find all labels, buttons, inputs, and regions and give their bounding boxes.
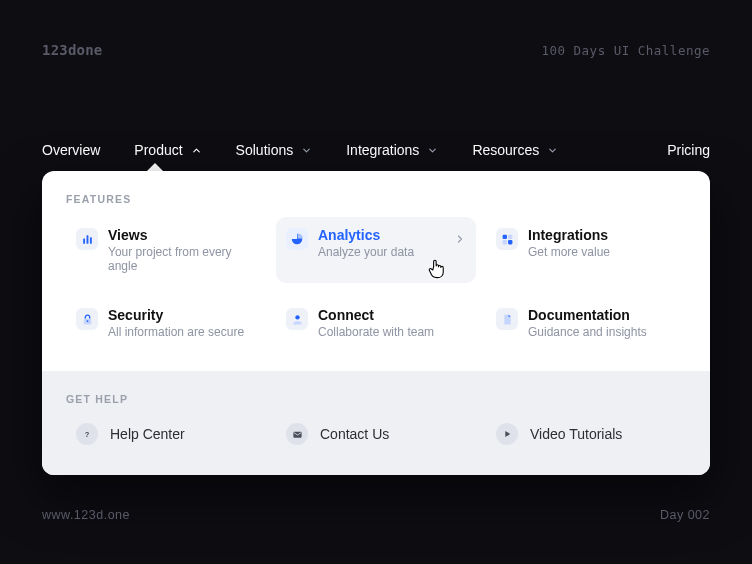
nav-pricing[interactable]: Pricing <box>667 136 710 164</box>
svg-rect-1 <box>86 235 88 244</box>
svg-text:?: ? <box>85 430 90 439</box>
nav-resources[interactable]: Resources <box>472 136 558 164</box>
nav-overview[interactable]: Overview <box>42 136 100 164</box>
chevron-right-icon <box>454 231 466 249</box>
feature-title: Security <box>108 307 244 323</box>
feature-sub: Analyze your data <box>318 245 414 259</box>
feature-sub: Your project from every angle <box>108 245 256 273</box>
help-label: Help Center <box>110 426 185 442</box>
grid-icon <box>496 228 518 250</box>
main-nav: Overview Product Solutions Integrations … <box>42 136 710 164</box>
feature-connect[interactable]: Connect Collaborate with team <box>276 297 476 349</box>
user-icon <box>286 308 308 330</box>
mail-icon <box>286 423 308 445</box>
feature-title: Views <box>108 227 256 243</box>
feature-title: Connect <box>318 307 434 323</box>
svg-rect-0 <box>83 238 85 243</box>
challenge-text: 100 Days UI Challenge <box>541 43 710 58</box>
svg-marker-12 <box>505 431 510 437</box>
nav-product[interactable]: Product <box>134 136 201 164</box>
feature-title: Documentation <box>528 307 647 323</box>
feature-title: Analytics <box>318 227 414 243</box>
feature-sub: Collaborate with team <box>318 325 434 339</box>
video-tutorials[interactable]: Video Tutorials <box>486 419 686 449</box>
help-label: Video Tutorials <box>530 426 622 442</box>
feature-sub: All information are secure <box>108 325 244 339</box>
question-icon: ? <box>76 423 98 445</box>
feature-views[interactable]: Views Your project from every angle <box>66 217 266 283</box>
feature-sub: Get more value <box>528 245 610 259</box>
help-center[interactable]: ? Help Center <box>66 419 266 449</box>
nav-integrations[interactable]: Integrations <box>346 136 438 164</box>
feature-integrations[interactable]: Integrations Get more value <box>486 217 686 283</box>
product-dropdown: FEATURES Views Your project from every a… <box>42 171 710 475</box>
nav-label: Resources <box>472 142 539 158</box>
chevron-down-icon <box>547 145 558 156</box>
top-bar: 123done 100 Days UI Challenge <box>42 42 710 58</box>
svg-rect-6 <box>508 240 512 244</box>
svg-point-8 <box>86 320 88 322</box>
nav-label: Integrations <box>346 142 419 158</box>
contact-us[interactable]: Contact Us <box>276 419 476 449</box>
svg-rect-4 <box>508 234 512 238</box>
feature-security[interactable]: Security All information are secure <box>66 297 266 349</box>
chevron-down-icon <box>427 145 438 156</box>
svg-point-9 <box>295 315 299 319</box>
feature-title: Integrations <box>528 227 610 243</box>
play-icon <box>496 423 518 445</box>
gethelp-heading: GET HELP <box>66 393 686 405</box>
nav-label: Overview <box>42 142 100 158</box>
nav-label: Pricing <box>667 142 710 158</box>
chevron-down-icon <box>301 145 312 156</box>
feature-sub: Guidance and insights <box>528 325 647 339</box>
features-section: FEATURES Views Your project from every a… <box>42 171 710 371</box>
cursor-pointer-icon <box>426 258 448 280</box>
svg-rect-5 <box>502 240 506 244</box>
footer-day: Day 002 <box>660 508 710 522</box>
feature-documentation[interactable]: Documentation Guidance and insights <box>486 297 686 349</box>
svg-rect-2 <box>89 237 91 244</box>
nav-solutions[interactable]: Solutions <box>236 136 313 164</box>
svg-rect-3 <box>502 234 506 238</box>
bar-chart-icon <box>76 228 98 250</box>
logo: 123done <box>42 42 102 58</box>
nav-label: Solutions <box>236 142 294 158</box>
footer: www.123d.one Day 002 <box>42 508 710 522</box>
chevron-up-icon <box>191 145 202 156</box>
features-heading: FEATURES <box>66 193 686 205</box>
footer-url: www.123d.one <box>42 508 130 522</box>
pie-chart-icon <box>286 228 308 250</box>
document-icon <box>496 308 518 330</box>
lock-icon <box>76 308 98 330</box>
help-label: Contact Us <box>320 426 389 442</box>
gethelp-section: GET HELP ? Help Center Contact Us Video … <box>42 371 710 475</box>
nav-label: Product <box>134 142 182 158</box>
